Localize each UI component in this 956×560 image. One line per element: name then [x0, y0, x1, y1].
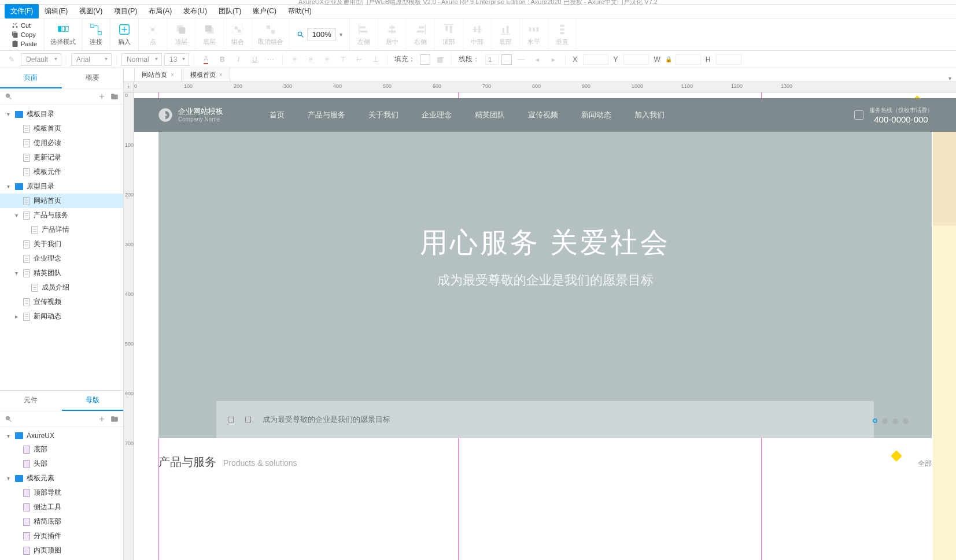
size-select[interactable]: 13 — [164, 53, 189, 66]
close-icon[interactable]: × — [171, 72, 174, 78]
dot-active[interactable] — [873, 418, 877, 423]
search-icon[interactable] — [297, 31, 305, 39]
top-button[interactable]: 顶层 — [167, 18, 195, 50]
valign-mid-icon[interactable]: ⊢ — [352, 53, 366, 66]
bold-icon[interactable]: B — [215, 53, 229, 66]
canvas-tab[interactable]: 模板首页× — [183, 68, 230, 81]
text-align-center-icon[interactable]: ≡ — [304, 53, 318, 66]
paint-icon[interactable]: ✎ — [5, 53, 19, 66]
underline-icon[interactable]: U — [248, 53, 261, 66]
paste-button[interactable]: Paste — [9, 40, 39, 48]
tree-page[interactable]: ▾产品与服务 — [0, 208, 123, 222]
dot[interactable] — [882, 418, 888, 424]
valign-bot-icon[interactable]: ⊥ — [368, 53, 382, 66]
add-page-icon[interactable] — [98, 92, 106, 101]
ruler-horizontal[interactable]: 0100200300400500600700800900100011001200… — [134, 82, 956, 92]
menu-view[interactable]: 视图(V) — [73, 4, 108, 18]
nav-item[interactable]: 宣传视频 — [528, 110, 558, 120]
tree-folder[interactable]: ▾原型目录 — [0, 179, 123, 194]
tree-master[interactable]: 底部 — [0, 442, 123, 457]
arrow-left-icon[interactable] — [228, 417, 234, 422]
align-center[interactable]: 居中 — [378, 18, 407, 50]
tree-master[interactable]: 精简底部 — [0, 514, 123, 529]
align-bottom[interactable]: 底部 — [492, 18, 520, 50]
w-input[interactable] — [676, 54, 701, 65]
arrow-left-icon[interactable]: ◂ — [530, 53, 544, 66]
tree-page[interactable]: 模板元件 — [0, 165, 123, 179]
bottom-button[interactable]: 底层 — [195, 18, 224, 50]
tab-masters[interactable]: 母版 — [62, 391, 124, 411]
weight-select[interactable]: Normal — [121, 53, 162, 66]
menu-project[interactable]: 项目(P) — [108, 4, 143, 18]
line-style-icon[interactable]: — — [514, 53, 528, 66]
menu-publish[interactable]: 发布(U) — [178, 4, 213, 18]
ruler-vertical[interactable]: 0100200300400500600700 — [124, 92, 134, 560]
menu-arrange[interactable]: 布局(A) — [143, 4, 178, 18]
align-right[interactable]: 右侧 — [407, 18, 435, 50]
chevron-down-icon[interactable]: ▾ — [339, 31, 342, 38]
tree-folder[interactable]: ▾AxureUX — [0, 429, 123, 442]
canvas-viewport[interactable]: 企业网站模板 Company Name 首页 产品与服务 关于我们 企业理念 精… — [134, 92, 956, 560]
align-middle[interactable]: 中部 — [463, 18, 492, 50]
valign-top-icon[interactable]: ⊤ — [336, 53, 350, 66]
dot[interactable] — [903, 418, 909, 424]
point-button[interactable]: 点 — [139, 18, 167, 50]
fill-swatch[interactable] — [420, 54, 430, 65]
arrow-right-icon[interactable] — [245, 417, 251, 422]
align-left[interactable]: 左侧 — [350, 18, 378, 50]
copy-button[interactable]: Copy — [9, 31, 39, 39]
tree-page-selected[interactable]: 网站首页 — [0, 194, 123, 208]
align-top[interactable]: 顶部 — [435, 18, 463, 50]
tree-master[interactable]: 头部 — [0, 457, 123, 471]
tree-page[interactable]: 更新记录 — [0, 150, 123, 165]
text-align-right-icon[interactable]: ≡ — [320, 53, 334, 66]
lock-icon[interactable]: 🔒 — [665, 56, 672, 62]
line-swatch[interactable] — [501, 54, 512, 65]
style-select[interactable]: Default — [21, 53, 61, 66]
menu-edit[interactable]: 编辑(E) — [39, 4, 73, 18]
add-folder-icon[interactable] — [110, 415, 119, 423]
cut-button[interactable]: Cut — [9, 21, 39, 29]
dot[interactable] — [892, 418, 898, 424]
tree-page[interactable]: 产品详情 — [0, 222, 123, 237]
tab-outline[interactable]: 概要 — [62, 68, 124, 88]
tree-folder[interactable]: ▾模板目录 — [0, 107, 123, 121]
tree-page[interactable]: 模板首页 — [0, 121, 123, 136]
connect-mode[interactable]: 连接 — [82, 18, 110, 50]
x-input[interactable] — [583, 54, 608, 65]
nav-item[interactable]: 企业理念 — [422, 110, 452, 120]
tab-widgets[interactable]: 元件 — [0, 391, 62, 411]
more-text-icon[interactable]: ⋯ — [264, 53, 278, 66]
close-icon[interactable]: × — [219, 72, 223, 78]
tree-page[interactable]: 企业理念 — [0, 251, 123, 266]
arrow-right-icon[interactable]: ▸ — [547, 53, 560, 66]
tree-page[interactable]: ▸新闻动态 — [0, 309, 123, 324]
ungroup-button[interactable]: 取消组合 — [252, 18, 290, 50]
tree-folder[interactable]: ▾模板元素 — [0, 471, 123, 485]
italic-icon[interactable]: I — [231, 53, 245, 66]
nav-item[interactable]: 精英团队 — [475, 110, 505, 120]
nav-item[interactable]: 加入我们 — [634, 110, 665, 120]
zoom-input[interactable]: 100% — [307, 28, 336, 40]
search-icon[interactable] — [5, 92, 13, 101]
tree-master[interactable]: 内页顶图 — [0, 543, 123, 558]
menu-help[interactable]: 帮助(H) — [282, 4, 318, 18]
dist-h[interactable]: 水平 — [520, 18, 548, 50]
nav-item[interactable]: 产品与服务 — [308, 110, 345, 120]
menu-file[interactable]: 文件(F) — [5, 4, 39, 18]
font-select[interactable]: Arial — [71, 53, 112, 66]
font-color-icon[interactable]: A — [199, 53, 213, 66]
nav-item[interactable]: 关于我们 — [368, 110, 398, 120]
nav-item[interactable]: 新闻动态 — [581, 110, 611, 120]
menu-team[interactable]: 团队(T) — [213, 4, 247, 18]
line-width[interactable]: 1 — [485, 54, 499, 65]
h-input[interactable] — [716, 54, 741, 65]
insert-mode[interactable]: 插入 — [110, 18, 139, 50]
nav-item[interactable]: 首页 — [270, 110, 285, 120]
add-folder-icon[interactable] — [110, 92, 119, 101]
search-icon[interactable] — [5, 415, 13, 423]
y-input[interactable] — [623, 54, 649, 65]
tree-page[interactable]: 使用必读 — [0, 136, 123, 150]
tree-master[interactable]: 顶部导航 — [0, 485, 123, 500]
tree-page[interactable]: 成员介绍 — [0, 280, 123, 295]
